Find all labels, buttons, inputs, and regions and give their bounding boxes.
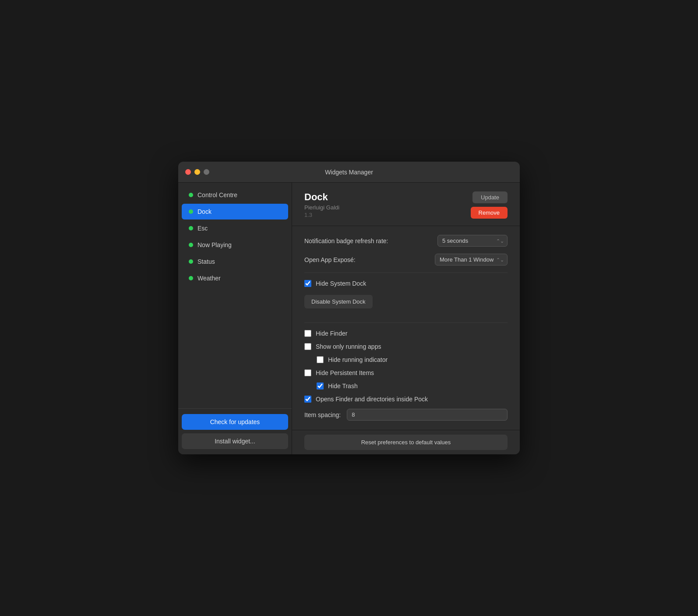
hide-system-dock-label[interactable]: Hide System Dock xyxy=(316,280,366,287)
opens-finder-label[interactable]: Opens Finder and directories inside Pock xyxy=(316,396,428,403)
plugin-version: 1.3 xyxy=(304,212,339,218)
status-dot-now-playing xyxy=(189,243,193,247)
main-window: Widgets Manager Control Centre Dock Esc xyxy=(178,162,520,454)
status-dot-dock xyxy=(189,209,193,214)
sidebar-item-now-playing[interactable]: Now Playing xyxy=(182,237,288,253)
item-spacing-input[interactable] xyxy=(347,409,508,421)
sidebar-item-label-dock: Dock xyxy=(197,208,212,215)
item-spacing-row: Item spacing: xyxy=(304,409,508,421)
badge-refresh-label: Notification badge refresh rate: xyxy=(304,237,388,244)
settings-content: Notification badge refresh rate: 1 secon… xyxy=(292,226,520,430)
hide-running-indicator-label[interactable]: Hide running indicator xyxy=(328,356,388,363)
sidebar-item-label-weather: Weather xyxy=(197,275,221,282)
expose-label: Open App Exposé: xyxy=(304,256,356,263)
header-buttons: Update Remove xyxy=(471,191,508,219)
sidebar-footer: Check for updates Install widget... xyxy=(178,408,292,454)
expose-row: Open App Exposé: Never Always More Than … xyxy=(304,254,508,266)
traffic-lights xyxy=(185,169,209,175)
disable-system-dock-button[interactable]: Disable System Dock xyxy=(304,295,373,308)
plugin-author: Pierluigi Galdi xyxy=(304,204,339,211)
hide-trash-label[interactable]: Hide Trash xyxy=(328,382,358,389)
remove-button[interactable]: Remove xyxy=(471,207,508,219)
plugin-header: Dock Pierluigi Galdi 1.3 Update Remove xyxy=(292,183,520,226)
sidebar-item-esc[interactable]: Esc xyxy=(182,220,288,236)
hide-trash-checkbox[interactable] xyxy=(317,382,324,389)
hide-persistent-label[interactable]: Hide Persistent Items xyxy=(316,369,374,376)
sidebar-item-label-control-centre: Control Centre xyxy=(197,191,237,198)
sidebar-item-weather[interactable]: Weather xyxy=(182,270,288,286)
hide-system-dock-row: Hide System Dock xyxy=(304,280,508,287)
hide-running-indicator-row: Hide running indicator xyxy=(317,356,508,363)
sidebar-items-list: Control Centre Dock Esc Now Playing Stat… xyxy=(178,183,292,408)
show-only-running-checkbox[interactable] xyxy=(304,343,311,350)
opens-finder-row: Opens Finder and directories inside Pock xyxy=(304,396,508,403)
opens-finder-checkbox[interactable] xyxy=(304,396,311,403)
sidebar-item-dock[interactable]: Dock xyxy=(182,204,288,219)
content-area: Control Centre Dock Esc Now Playing Stat… xyxy=(178,183,520,454)
plugin-info: Dock Pierluigi Galdi 1.3 xyxy=(304,191,339,218)
badge-refresh-select-wrapper: 1 second 5 seconds 10 seconds 30 seconds… xyxy=(437,235,508,247)
main-footer: Reset preferences to default values xyxy=(292,430,520,454)
close-button[interactable] xyxy=(185,169,191,175)
hide-running-indicator-checkbox[interactable] xyxy=(317,356,324,363)
badge-refresh-select[interactable]: 1 second 5 seconds 10 seconds 30 seconds… xyxy=(437,235,508,247)
show-only-running-row: Show only running apps xyxy=(304,343,508,350)
hide-persistent-row: Hide Persistent Items xyxy=(304,369,508,376)
hide-finder-checkbox[interactable] xyxy=(304,330,311,337)
divider-2 xyxy=(304,322,508,323)
install-widget-button[interactable]: Install widget... xyxy=(182,433,288,449)
maximize-button[interactable] xyxy=(204,169,209,175)
plugin-name: Dock xyxy=(304,191,339,203)
sidebar-item-status[interactable]: Status xyxy=(182,254,288,269)
hide-system-dock-checkbox[interactable] xyxy=(304,280,311,287)
badge-refresh-row: Notification badge refresh rate: 1 secon… xyxy=(304,235,508,247)
hide-trash-row: Hide Trash xyxy=(317,382,508,389)
hide-finder-row: Hide Finder xyxy=(304,330,508,337)
reset-button[interactable]: Reset preferences to default values xyxy=(304,435,508,450)
item-spacing-label: Item spacing: xyxy=(304,411,341,418)
check-updates-button[interactable]: Check for updates xyxy=(182,414,288,430)
show-only-running-label[interactable]: Show only running apps xyxy=(316,343,381,350)
sidebar-item-label-now-playing: Now Playing xyxy=(197,241,232,248)
sidebar: Control Centre Dock Esc Now Playing Stat… xyxy=(178,183,292,454)
sidebar-item-label-status: Status xyxy=(197,258,215,265)
minimize-button[interactable] xyxy=(194,169,200,175)
update-button[interactable]: Update xyxy=(472,191,508,203)
hide-persistent-checkbox[interactable] xyxy=(304,369,311,376)
status-dot-status xyxy=(189,259,193,264)
status-dot-esc xyxy=(189,226,193,230)
titlebar: Widgets Manager xyxy=(178,162,520,183)
status-dot-control-centre xyxy=(189,193,193,197)
sidebar-item-control-centre[interactable]: Control Centre xyxy=(182,187,288,203)
main-panel: Dock Pierluigi Galdi 1.3 Update Remove N… xyxy=(292,183,520,454)
expose-select[interactable]: Never Always More Than 1 Window xyxy=(435,254,508,266)
hide-finder-label[interactable]: Hide Finder xyxy=(316,330,347,337)
window-title: Widgets Manager xyxy=(325,169,373,176)
expose-select-wrapper: Never Always More Than 1 Window xyxy=(435,254,508,266)
sidebar-item-label-esc: Esc xyxy=(197,225,208,232)
status-dot-weather xyxy=(189,276,193,280)
divider-1 xyxy=(304,273,508,273)
